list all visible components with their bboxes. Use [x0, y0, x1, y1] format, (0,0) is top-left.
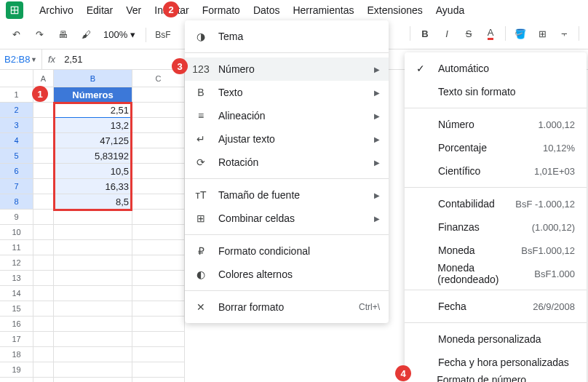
row-header[interactable]: 10	[0, 225, 33, 240]
number-submenu-item[interactable]: Científico1,01E+03	[405, 159, 587, 183]
redo-button[interactable]: ↷	[29, 25, 49, 45]
cell[interactable]: 2,51	[54, 103, 132, 118]
row-header[interactable]: 20	[0, 378, 33, 382]
cell[interactable]	[54, 240, 132, 255]
cell[interactable]	[132, 301, 185, 317]
row-header[interactable]: 2	[0, 103, 33, 118]
cell[interactable]	[54, 317, 132, 332]
cell[interactable]	[132, 225, 185, 240]
cell[interactable]: 5,83192	[54, 148, 132, 164]
bold-button[interactable]: B	[415, 23, 435, 44]
row-header[interactable]: 9	[0, 210, 33, 225]
fill-color-button[interactable]: 🪣	[510, 23, 531, 44]
currency-button[interactable]: BsF	[152, 25, 173, 45]
cell[interactable]	[54, 255, 132, 271]
number-submenu-item[interactable]: MonedaBsF1.000,12	[405, 239, 587, 262]
format-menu-item[interactable]: ✕Borrar formatoCtrl+\	[185, 295, 389, 319]
cell[interactable]	[132, 118, 185, 133]
cell[interactable]: 8,5	[54, 194, 132, 210]
cell[interactable]: Números	[54, 87, 132, 103]
cell[interactable]	[33, 133, 54, 148]
cell[interactable]	[33, 225, 54, 240]
cell[interactable]	[54, 225, 132, 240]
cell[interactable]: 47,125	[54, 133, 132, 148]
col-header-b[interactable]: B	[54, 70, 132, 87]
cell[interactable]	[33, 271, 54, 286]
undo-button[interactable]: ↶	[6, 25, 26, 45]
cell[interactable]	[33, 179, 54, 194]
row-header[interactable]: 5	[0, 148, 33, 164]
cell[interactable]	[33, 286, 54, 301]
format-menu-item[interactable]: 123Número▶	[185, 57, 389, 81]
sheets-logo[interactable]	[6, 1, 23, 19]
format-menu-item[interactable]: ◑Tema	[185, 25, 389, 48]
name-box[interactable]: B2:B8 ▼	[0, 49, 42, 69]
number-submenu-item[interactable]: Finanzas(1.000,12)	[405, 215, 587, 239]
number-submenu-item[interactable]: Porcentaje10,12%	[405, 136, 587, 159]
row-header[interactable]: 12	[0, 255, 33, 271]
menu-formato[interactable]: Formato	[196, 1, 246, 19]
cell[interactable]	[33, 148, 54, 164]
format-menu-item[interactable]: ◐Colores alternos	[185, 263, 389, 286]
menu-datos[interactable]: Datos	[247, 1, 286, 19]
select-all-corner[interactable]	[0, 70, 33, 87]
cell[interactable]	[54, 286, 132, 301]
number-submenu-item[interactable]: ✓Automático	[405, 57, 587, 80]
cell[interactable]	[33, 301, 54, 317]
menu-herramientas[interactable]: Herramientas	[287, 1, 359, 19]
cell[interactable]	[54, 301, 132, 317]
cell[interactable]	[132, 378, 185, 382]
number-submenu-item[interactable]: Número1.000,12	[405, 113, 587, 136]
cell[interactable]	[132, 103, 185, 118]
row-header[interactable]: 18	[0, 347, 33, 362]
zoom-select[interactable]: 100% ▾	[99, 29, 140, 40]
formula-input[interactable]: 2,51	[61, 54, 85, 65]
cell[interactable]	[132, 87, 185, 103]
cell[interactable]	[33, 194, 54, 210]
print-button[interactable]: 🖶	[52, 25, 73, 45]
col-header-a[interactable]: A	[33, 70, 54, 87]
menu-ayuda[interactable]: Ayuda	[430, 1, 470, 19]
row-header[interactable]: 3	[0, 118, 33, 133]
cell[interactable]	[132, 210, 185, 225]
cell[interactable]	[132, 148, 185, 164]
cell[interactable]	[132, 133, 185, 148]
row-header[interactable]: 4	[0, 133, 33, 148]
format-menu-item[interactable]: BTexto▶	[185, 81, 389, 104]
row-header[interactable]: 15	[0, 301, 33, 317]
cell[interactable]	[132, 164, 185, 179]
cell[interactable]	[132, 194, 185, 210]
cell[interactable]	[132, 286, 185, 301]
cell[interactable]	[54, 362, 132, 378]
row-header[interactable]: 1	[0, 87, 33, 103]
cell[interactable]: 16,33	[54, 179, 132, 194]
cell[interactable]	[54, 210, 132, 225]
cell[interactable]	[33, 378, 54, 382]
cell[interactable]	[132, 255, 185, 271]
cell[interactable]	[33, 362, 54, 378]
menu-editar[interactable]: Editar	[81, 1, 119, 19]
cell[interactable]	[54, 347, 132, 362]
format-menu-item[interactable]: ₽Formato condicional	[185, 239, 389, 263]
number-submenu-item[interactable]: Fecha26/9/2008	[405, 295, 587, 318]
cell[interactable]	[33, 164, 54, 179]
format-menu-item[interactable]: ↵Ajustar texto▶	[185, 127, 389, 151]
row-header[interactable]: 13	[0, 271, 33, 286]
row-header[interactable]: 11	[0, 240, 33, 255]
row-header[interactable]: 7	[0, 179, 33, 194]
row-header[interactable]: 14	[0, 286, 33, 301]
cell[interactable]	[33, 240, 54, 255]
cell[interactable]: 13,2	[54, 118, 132, 133]
cell[interactable]	[33, 255, 54, 271]
format-menu-item[interactable]: ≡Alineación▶	[185, 104, 389, 127]
cell[interactable]	[132, 317, 185, 332]
cell[interactable]	[33, 347, 54, 362]
italic-button[interactable]: I	[437, 23, 457, 44]
cell[interactable]	[33, 210, 54, 225]
cell[interactable]	[54, 378, 132, 382]
format-menu-item[interactable]: тTTamaño de fuente▶	[185, 183, 389, 207]
cell[interactable]	[132, 347, 185, 362]
cell[interactable]	[33, 103, 54, 118]
menu-archivo[interactable]: Archivo	[33, 1, 79, 19]
cell[interactable]	[132, 362, 185, 378]
